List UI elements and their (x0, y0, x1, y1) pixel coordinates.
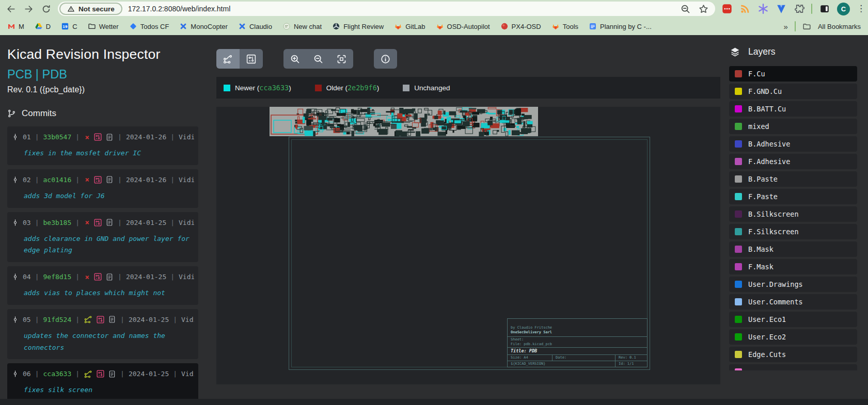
commit-hash[interactable]: 91fd524 (43, 316, 71, 323)
bookmark-px4-osd[interactable]: PX4-OSD (500, 22, 541, 30)
layer-item-f-silkscreen[interactable]: F.Silkscreen (729, 224, 857, 239)
all-bookmarks-button[interactable]: All Bookmarks (818, 23, 861, 30)
layer-item-user-drawings[interactable]: User.Drawings (729, 277, 857, 292)
commit-meta-row: 03|be3b185|×|2024-01-25|Vidit Kat (12, 217, 194, 229)
layer-item-f-cu[interactable]: F.Cu (729, 66, 857, 82)
commit-diff-icons[interactable]: × (84, 218, 114, 227)
bookmarks-overflow-chevron[interactable]: » (784, 22, 788, 31)
commit-diff-icons[interactable]: × (84, 175, 114, 184)
commit-author: Vidit Kat (181, 370, 194, 378)
layer-item-b-paste[interactable]: B.Paste (729, 171, 857, 187)
commit-item-be3b185[interactable]: 03|be3b185|×|2024-01-25|Vidit Katadds cl… (7, 212, 198, 263)
layer-item-edge-cuts[interactable]: Edge.Cuts (729, 347, 857, 362)
bookmark-monocopter[interactable]: MonoCopter (179, 22, 228, 30)
layer-item-partial[interactable] (729, 364, 857, 370)
bookmark-wetter[interactable]: Wetter (88, 22, 119, 30)
layer-color-swatch (735, 210, 742, 218)
px4-icon (500, 22, 509, 30)
pcb-board-render[interactable] (270, 107, 538, 136)
layer-item-f-gnd-cu[interactable]: F.GND.Cu (729, 84, 857, 99)
layer-item-f-mask[interactable]: F.Mask (729, 259, 857, 274)
commit-item-91fd524[interactable]: 05|91fd524||2024-01-25|Vidit Katupdates … (7, 309, 198, 360)
browser-menu-icon[interactable]: ⋮ (857, 3, 863, 14)
commit-hash[interactable]: 33b0547 (43, 133, 71, 141)
side-panel-icon[interactable] (819, 3, 830, 14)
drawing-sheet: by Claudio Fritsche OneSecDelivery Sarl … (289, 137, 650, 370)
layer-item-user-comments[interactable]: User.Comments (729, 294, 857, 310)
profile-avatar[interactable]: C (837, 3, 850, 15)
commit-diff-icons[interactable]: × (84, 133, 114, 141)
pcb-diff-icon (93, 272, 102, 281)
zoom-out-button[interactable] (307, 49, 330, 69)
bookmark-gitlab[interactable]: GitLab (394, 22, 425, 30)
bookmark-star-icon[interactable] (698, 4, 709, 14)
separator: | (170, 273, 175, 281)
layer-item-b-batt-cu[interactable]: B.BATT.Cu (729, 101, 857, 117)
layer-color-swatch (735, 368, 742, 370)
separator: | (75, 176, 80, 184)
zoom-in-button[interactable] (283, 49, 307, 69)
zoom-page-icon[interactable] (680, 4, 691, 14)
url-bar[interactable]: Not secure 172.17.0.2:8080/web/index.htm… (58, 2, 715, 16)
layer-color-swatch (735, 123, 742, 130)
layer-item-user-eco2[interactable]: User.Eco2 (729, 329, 857, 345)
puzzle-extension-icon[interactable] (794, 3, 805, 14)
bookmark-osd-autopilot[interactable]: OSD-Autopilot (436, 22, 490, 30)
layer-item-f-paste[interactable]: F.Paste (729, 189, 857, 204)
adblock-extension-icon[interactable] (721, 3, 733, 14)
rss-extension-icon[interactable] (739, 3, 751, 14)
commit-diff-icons[interactable]: × (84, 272, 114, 281)
pcb-viewport[interactable]: by Claudio Fritsche OneSecDelivery Sarl … (216, 107, 720, 384)
commit-hash[interactable]: be3b185 (43, 219, 71, 226)
layer-color-swatch (735, 281, 742, 288)
svg-text:19: 19 (63, 25, 68, 29)
layer-item-b-adhesive[interactable]: B.Adhesive (729, 136, 857, 152)
commit-item-cca3633[interactable]: 06|cca3633||2024-01-25|Vidit Katfixes si… (7, 363, 198, 399)
bookmark-d[interactable]: D (35, 22, 51, 30)
bookmark-label: GitLab (405, 23, 425, 30)
bookmark-m[interactable]: M (7, 22, 24, 30)
bookmark-planning-by-c[interactable]: Planning by C -... (589, 22, 652, 30)
zoom-fit-button[interactable] (330, 49, 353, 69)
schematic-button[interactable] (216, 49, 240, 69)
vlogo-extension-icon[interactable] (776, 3, 787, 14)
layer-name: B.Paste (748, 175, 778, 183)
commit-item-ac01416[interactable]: 02|ac01416|×|2024-01-26|Vidit Katadds 3d… (7, 169, 198, 208)
schematic-diff-icon (84, 315, 93, 324)
back-button[interactable] (5, 3, 17, 14)
legend-color-swatch (224, 85, 230, 91)
commit-hash[interactable]: ac01416 (43, 176, 71, 184)
info-button[interactable] (374, 49, 397, 69)
bookmark-todos-cf[interactable]: Todos CF (129, 22, 169, 30)
commit-item-9ef8d15[interactable]: 04|9ef8d15|×|2024-01-25|Vidit Katadds vi… (7, 266, 198, 305)
layer-item-b-silkscreen[interactable]: B.Silkscreen (729, 206, 857, 222)
bookmark-new-chat[interactable]: New chat (282, 22, 322, 30)
asterisk-extension-icon[interactable] (757, 3, 769, 14)
layer-item-b-mask[interactable]: B.Mask (729, 241, 857, 257)
forward-button[interactable] (23, 3, 34, 14)
security-chip[interactable]: Not secure (59, 3, 122, 15)
layer-item-f-adhesive[interactable]: F.Adhesive (729, 154, 857, 169)
chat-icon (282, 22, 291, 30)
commit-hash[interactable]: cca3633 (43, 370, 71, 378)
commit-meta-row: 05|91fd524||2024-01-25|Vidit Kat (12, 314, 194, 326)
layer-item-user-eco1[interactable]: User.Eco1 (729, 312, 857, 327)
bookmark-claudio[interactable]: Claudio (238, 22, 272, 30)
pcb-button[interactable] (240, 49, 263, 69)
bookmark-c[interactable]: 19C (61, 22, 77, 30)
bookmark-flight-review[interactable]: Flight Review (332, 22, 384, 30)
commit-hash[interactable]: 9ef8d15 (43, 273, 71, 281)
link-pdb[interactable]: PDB (42, 68, 67, 81)
commit-diff-icons[interactable] (84, 315, 116, 324)
commit-meta-row: 04|9ef8d15|×|2024-01-25|Vidit Kat (12, 271, 194, 283)
bookmark-label: New chat (294, 23, 322, 30)
bookmark-tools[interactable]: Tools (551, 22, 578, 30)
commit-message: updates the connector and names the conn… (24, 330, 192, 354)
link-pcb[interactable]: PCB (7, 68, 32, 81)
layer-item-mixed[interactable]: mixed (729, 119, 857, 134)
legend-label: Newer (cca3633) (235, 84, 291, 92)
reload-button[interactable] (40, 3, 52, 14)
commit-author: Vidit Kat (181, 316, 194, 323)
commit-diff-icons[interactable] (84, 369, 116, 379)
commit-item-33b0547[interactable]: 01|33b0547|×|2024-01-26|Vidit Katfixes i… (7, 126, 198, 165)
